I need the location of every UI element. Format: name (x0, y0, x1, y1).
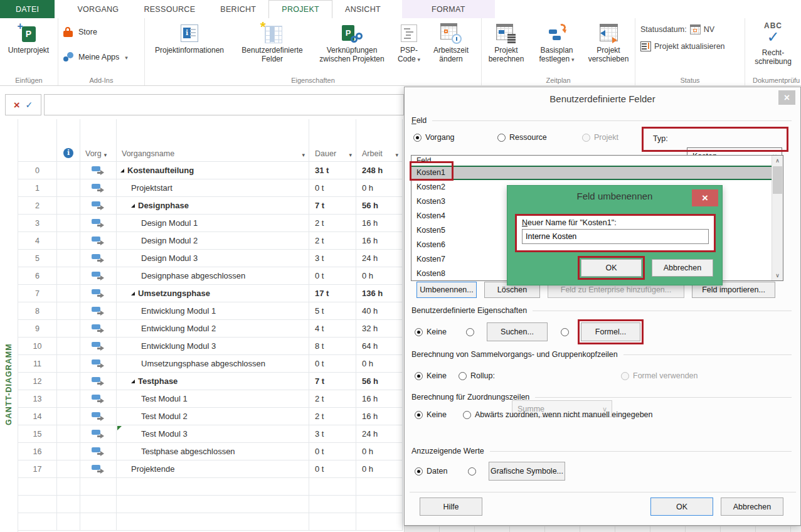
basisplan-festlegen-button[interactable]: Basisplan festlegen (531, 18, 583, 85)
radio-rollup-keine[interactable]: Keine (415, 371, 447, 381)
collapse-triangle-icon[interactable] (120, 169, 124, 173)
task-duration-cell[interactable]: 2 t (309, 232, 356, 250)
task-work-cell[interactable]: 0 h (356, 460, 403, 478)
task-work-cell[interactable]: 136 h (356, 285, 403, 302)
dropdown-arrow-icon[interactable] (302, 152, 305, 158)
task-duration-cell[interactable]: 7 t (309, 373, 356, 390)
task-info-cell[interactable] (57, 250, 80, 267)
task-mode-cell[interactable] (80, 215, 117, 232)
task-duration-cell[interactable]: 0 t (309, 355, 356, 373)
task-mode-cell[interactable] (80, 355, 117, 373)
task-mode-cell[interactable] (80, 302, 117, 320)
task-info-cell[interactable] (57, 443, 80, 460)
task-name-cell[interactable]: Projektende (117, 460, 309, 478)
task-info-cell[interactable] (57, 179, 80, 197)
task-name-cell[interactable]: Projektstart (117, 179, 309, 197)
collapse-triangle-icon[interactable] (131, 292, 135, 295)
task-duration-cell[interactable]: 0 t (309, 460, 356, 478)
formula-button[interactable]: Formel... (581, 322, 640, 341)
task-work-cell[interactable]: 40 h (356, 302, 403, 320)
radio-assignment-rolldown[interactable]: Abwärts zuordnen, wenn nicht manuell ein… (463, 410, 653, 420)
rename-button[interactable]: Umbenennen... (416, 282, 477, 298)
task-work-cell[interactable]: 0 h (356, 267, 403, 285)
task-work-cell[interactable]: 16 h (356, 215, 403, 232)
task-work-cell[interactable]: 32 h (356, 320, 403, 338)
verknuepfungen-button[interactable]: Verknüpfungen zwischen Projekten (310, 18, 393, 85)
task-id-cell[interactable]: 9 (18, 320, 57, 338)
task-info-cell[interactable] (57, 162, 80, 179)
task-duration-cell[interactable]: 8 t (309, 338, 356, 355)
task-info-cell[interactable] (57, 338, 80, 355)
task-name-cell[interactable]: Test Modul 1 (117, 390, 309, 408)
task-name-cell[interactable]: Testphase (117, 373, 309, 390)
task-info-cell[interactable] (57, 267, 80, 285)
task-name-cell[interactable]: Test Modul 2 (117, 408, 309, 425)
task-name-cell[interactable]: Designphase (117, 197, 309, 215)
duration-header[interactable]: Dauer (309, 119, 356, 162)
benutzerdefinierte-felder-button[interactable]: Benutzerdefinierte Felder (234, 18, 310, 85)
task-work-cell[interactable]: 64 h (356, 338, 403, 355)
task-name-cell[interactable]: Entwicklung Modul 1 (117, 302, 309, 320)
task-id-cell[interactable]: 3 (18, 215, 57, 232)
unterprojekt-button[interactable]: Unterprojekt (0, 18, 57, 55)
task-duration-cell[interactable]: 17 t (309, 285, 356, 302)
new-name-input[interactable] (522, 229, 709, 244)
meine-apps-button[interactable]: Meine Apps (58, 50, 144, 65)
task-id-cell[interactable]: 14 (18, 408, 57, 425)
task-id-cell[interactable]: 5 (18, 250, 57, 267)
arbeitszeit-aendern-button[interactable]: Arbeitszeit ändern (425, 18, 477, 85)
tab-bericht[interactable]: BERICHT (208, 0, 268, 18)
task-mode-cell[interactable] (80, 179, 117, 197)
tab-format[interactable]: FORMAT (402, 0, 495, 18)
store-button[interactable]: Store (58, 24, 144, 40)
radio-ressource[interactable]: Ressource (497, 132, 547, 142)
task-work-cell[interactable]: 248 h (356, 162, 403, 179)
task-name-header[interactable]: Vorgangsname (117, 119, 309, 162)
radio-vorgang[interactable]: Vorgang (413, 132, 455, 142)
task-mode-cell[interactable] (80, 320, 117, 338)
task-work-cell[interactable]: 56 h (356, 373, 403, 390)
scroll-up-icon[interactable] (772, 156, 783, 166)
dropdown-arrow-icon[interactable] (349, 152, 352, 158)
task-mode-cell[interactable] (80, 232, 117, 250)
task-work-cell[interactable]: 16 h (356, 232, 403, 250)
task-info-cell[interactable] (57, 320, 80, 338)
task-id-cell[interactable]: 11 (18, 355, 57, 373)
task-name-cell[interactable]: Umsetzungsphase abgeschlossen (117, 355, 309, 373)
task-name-cell[interactable]: Design Modul 2 (117, 232, 309, 250)
field-list-item[interactable]: Kosten1 (411, 166, 783, 180)
collapse-triangle-icon[interactable] (131, 204, 135, 208)
tab-vorgang[interactable]: VORGANG (65, 0, 131, 18)
task-mode-cell[interactable] (80, 390, 117, 408)
task-info-cell[interactable] (57, 408, 80, 425)
task-work-cell[interactable]: 24 h (356, 250, 403, 267)
entry-accept-icon[interactable] (26, 100, 33, 109)
task-duration-cell[interactable]: 7 t (309, 197, 356, 215)
task-work-cell[interactable]: 56 h (356, 197, 403, 215)
radio-assignment-keine[interactable]: Keine (415, 410, 447, 420)
task-name-cell[interactable]: Design Modul 3 (117, 250, 309, 267)
task-mode-cell[interactable] (80, 267, 117, 285)
task-mode-cell[interactable] (80, 338, 117, 355)
tab-projekt[interactable]: PROJEKT (268, 0, 332, 18)
rename-ok-button[interactable]: OK (581, 259, 642, 277)
radio-daten[interactable]: Daten (415, 466, 447, 476)
task-id-cell[interactable]: 6 (18, 267, 57, 285)
tab-ansicht[interactable]: ANSICHT (332, 0, 393, 18)
task-mode-cell[interactable] (80, 197, 117, 215)
task-id-cell[interactable]: 16 (18, 443, 57, 460)
task-info-cell[interactable] (57, 390, 80, 408)
close-icon[interactable] (778, 90, 795, 105)
task-duration-cell[interactable]: 31 t (309, 162, 356, 179)
statusdatum-control[interactable]: Statusdatum: NV (640, 24, 745, 35)
task-mode-header[interactable]: Vorg (80, 119, 117, 162)
dropdown-arrow-icon[interactable] (395, 152, 398, 158)
task-work-cell[interactable]: 0 h (356, 355, 403, 373)
task-info-cell[interactable] (57, 373, 80, 390)
lookup-button[interactable]: Suchen... (487, 322, 548, 341)
task-duration-cell[interactable]: 3 t (309, 250, 356, 267)
radio-attrs-keine[interactable]: Keine (415, 327, 447, 337)
projektinformationen-button[interactable]: Projektinformationen (145, 18, 234, 85)
tab-ressource[interactable]: RESSOURCE (131, 0, 208, 18)
task-work-cell[interactable]: 0 h (356, 443, 403, 460)
